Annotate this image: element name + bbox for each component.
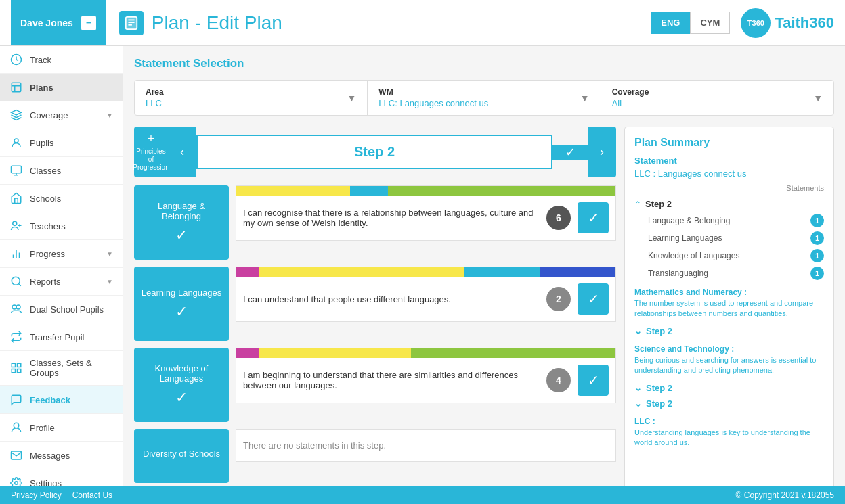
sidebar-item-plans[interactable]: Plans bbox=[0, 74, 123, 101]
ps-item-badge-ll: 1 bbox=[810, 231, 824, 245]
messages-icon bbox=[9, 449, 23, 462]
ps-statements-col-label: Statements bbox=[634, 184, 824, 192]
ps-item-badge-tl: 1 bbox=[810, 267, 824, 280]
coverage-arrow[interactable]: ▼ bbox=[813, 93, 823, 104]
ps-cross3-step: ⌄ Step 2 bbox=[634, 396, 824, 411]
coverage-selector[interactable]: Coverage All ▼ bbox=[601, 81, 833, 115]
category-language-belonging: Language & Belonging ✓ I bbox=[134, 185, 616, 260]
sidebar-item-track[interactable]: Track bbox=[0, 46, 123, 74]
ps-cross2-toggle[interactable]: ⌄ bbox=[634, 383, 642, 393]
wm-value: LLC: Languages connect us bbox=[378, 98, 488, 108]
sidebar-label-reports: Reports bbox=[30, 277, 106, 287]
sidebar-item-transfer[interactable]: Transfer Pupil bbox=[0, 323, 123, 351]
pb-seg bbox=[259, 267, 464, 277]
sidebar-bottom: Feedback Profile Messages bbox=[0, 386, 123, 486]
ps-statement-label: Statement bbox=[634, 156, 824, 166]
sidebar-item-schools[interactable]: Schools bbox=[0, 185, 123, 212]
sidebar-item-teachers[interactable]: Teachers bbox=[0, 212, 123, 240]
sidebar-item-profile[interactable]: Profile bbox=[0, 414, 123, 442]
sidebar-item-reports[interactable]: Reports ▼ bbox=[0, 268, 123, 296]
ps-item-badge-kl: 1 bbox=[810, 249, 824, 262]
lang-eng-btn[interactable]: ENG bbox=[651, 12, 690, 34]
svg-rect-24 bbox=[12, 369, 15, 373]
ps-item-label-kl: Knowledge of Languages bbox=[648, 251, 739, 260]
document-icon bbox=[124, 16, 139, 30]
area-arrow[interactable]: ▼ bbox=[347, 93, 356, 104]
ps-step2-header: ⌃ Step 2 bbox=[634, 196, 824, 212]
pb-seg bbox=[388, 186, 615, 196]
statement-check-2[interactable]: ✓ bbox=[578, 283, 609, 315]
sidebar-item-classes[interactable]: Classes bbox=[0, 157, 123, 185]
logo-circle: T360 bbox=[741, 8, 771, 38]
lang-cym-btn[interactable]: CYM bbox=[690, 12, 730, 34]
ps-step2-toggle[interactable]: ⌃ bbox=[634, 200, 641, 209]
contact-us-link[interactable]: Contact Us bbox=[72, 490, 112, 500]
ps-cross3-text: Understanding languages is key to unders… bbox=[634, 428, 824, 449]
add-btn-label: Principles of Progression bbox=[133, 147, 169, 172]
svg-point-26 bbox=[15, 482, 18, 485]
main-layout: Track Plans Coverage ▼ Pupils bbox=[0, 46, 845, 486]
sidebar-item-pupils[interactable]: Pupils bbox=[0, 129, 123, 157]
wm-selector[interactable]: WM LLC: Languages connect us ▼ bbox=[368, 81, 601, 115]
step-navigation: + Principles of Progression ‹ Step 2 ✓ › bbox=[134, 127, 616, 177]
logo-text: Taith360 bbox=[775, 14, 834, 32]
logo: T360 Taith360 bbox=[741, 8, 834, 38]
prev-step-btn[interactable]: ‹ bbox=[168, 127, 196, 177]
ps-cross2-step: ⌄ Step 2 bbox=[634, 380, 824, 396]
ps-cross1-toggle[interactable]: ⌄ bbox=[634, 326, 642, 336]
ps-cross3-toggle[interactable]: ⌄ bbox=[634, 398, 642, 409]
ps-cross1-step: ⌄ Step 2 bbox=[634, 323, 824, 339]
wm-arrow[interactable]: ▼ bbox=[580, 93, 590, 104]
statement-text-2: I can understand that people use differe… bbox=[243, 294, 540, 304]
progress-bar-1 bbox=[236, 186, 615, 196]
statement-check-1[interactable]: ✓ bbox=[578, 202, 609, 233]
next-step-btn[interactable]: › bbox=[588, 127, 616, 177]
sidebar-item-dual[interactable]: Dual School Pupils bbox=[0, 296, 123, 323]
reports-chevron: ▼ bbox=[106, 278, 113, 285]
statements-diversity-schools: There are no statements in this step. bbox=[236, 429, 616, 483]
svg-point-25 bbox=[14, 423, 19, 428]
sidebar-item-messages[interactable]: Messages bbox=[0, 442, 123, 469]
pb-seg bbox=[236, 348, 259, 358]
sidebar-item-coverage[interactable]: Coverage ▼ bbox=[0, 101, 123, 129]
statement-text-3: I am beginning to understand that there … bbox=[243, 370, 540, 390]
progress-chevron: ▼ bbox=[106, 250, 113, 258]
ps-cross1-step-label: Step 2 bbox=[646, 326, 672, 336]
sidebar-item-feedback[interactable]: Feedback bbox=[0, 386, 123, 414]
topbar-minus-btn[interactable]: − bbox=[81, 16, 96, 30]
coverage-label: Coverage bbox=[612, 87, 649, 97]
category-learning-languages: Learning Languages ✓ I c bbox=[134, 267, 616, 341]
sidebar-item-settings[interactable]: Settings bbox=[0, 469, 123, 486]
sidebar-label-profile: Profile bbox=[30, 423, 113, 433]
plans-icon bbox=[9, 81, 23, 94]
cat-check-knowledge-languages: ✓ bbox=[175, 389, 188, 407]
cat-name-knowledge-languages: Knowledge of Languages bbox=[139, 363, 223, 384]
statement-text-1: I can recognise that there is a relation… bbox=[243, 208, 540, 228]
area-selector[interactable]: Area LLC ▼ bbox=[135, 81, 368, 115]
cat-card-knowledge-languages: Knowledge of Languages ✓ bbox=[134, 348, 229, 422]
sidebar-item-groups[interactable]: Classes, Sets & Groups bbox=[0, 351, 123, 386]
settings-icon bbox=[9, 476, 23, 486]
topbar: Dave Jones − Plan - Edit Plan ENG CYM T3… bbox=[0, 0, 845, 46]
page-icon bbox=[119, 11, 144, 35]
pb-seg bbox=[320, 186, 350, 196]
area-value: LLC bbox=[146, 98, 164, 108]
ps-step-item-ll: Learning Languages 1 bbox=[648, 229, 824, 247]
sidebar-label-teachers: Teachers bbox=[30, 221, 113, 231]
sidebar-item-progress[interactable]: Progress ▼ bbox=[0, 240, 123, 268]
ps-step2-items: Language & Belonging 1 Learning Language… bbox=[648, 212, 824, 282]
ps-step2-label: Step 2 bbox=[645, 199, 672, 209]
ps-cross3-title: LLC : bbox=[634, 417, 824, 426]
teachers-icon bbox=[9, 219, 23, 233]
profile-icon bbox=[9, 421, 23, 434]
sidebar: Track Plans Coverage ▼ Pupils bbox=[0, 46, 123, 486]
privacy-policy-link[interactable]: Privacy Policy bbox=[11, 490, 62, 500]
left-column: + Principles of Progression ‹ Step 2 ✓ ›… bbox=[134, 127, 616, 486]
area-label: Area bbox=[146, 87, 164, 97]
sidebar-label-messages: Messages bbox=[30, 451, 113, 461]
add-progression-btn[interactable]: + Principles of Progression bbox=[134, 127, 168, 177]
step-check-btn[interactable]: ✓ bbox=[552, 145, 588, 160]
statement-check-3[interactable]: ✓ bbox=[578, 365, 609, 396]
sidebar-label-groups: Classes, Sets & Groups bbox=[30, 358, 113, 378]
no-statements-msg: There are no statements in this step. bbox=[236, 429, 616, 462]
